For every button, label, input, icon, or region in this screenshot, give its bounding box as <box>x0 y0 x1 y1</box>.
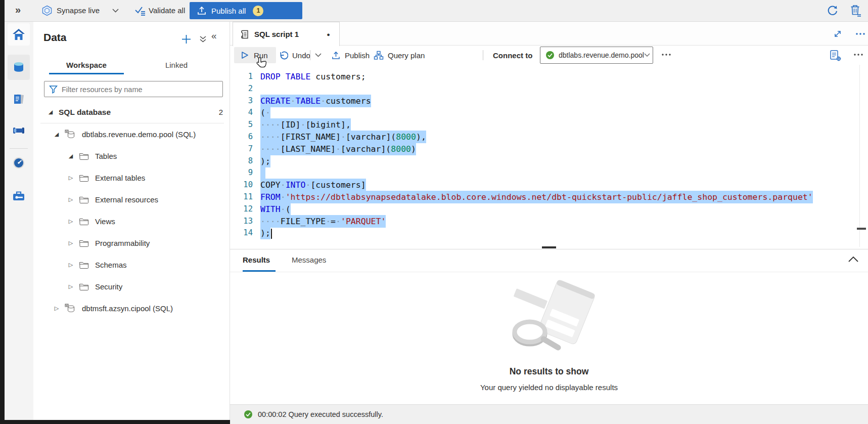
tree-item-programmability[interactable]: ▷Programmability <box>33 232 230 254</box>
folder-icon <box>79 152 89 160</box>
publish-count-badge: 1 <box>253 6 263 16</box>
monitor-nav-button[interactable] <box>8 152 30 174</box>
editor-more-options-icon[interactable] <box>853 53 863 56</box>
connection-dropdown[interactable]: dbtlabs.revenue.demo.pool <box>540 47 653 64</box>
folder-icon <box>79 239 89 247</box>
tree-item-label: External resources <box>95 195 158 204</box>
code-line[interactable]: 3CREATE·TABLE·customers <box>230 95 868 107</box>
editor-scrollbar-gutter <box>859 65 860 247</box>
code-line[interactable]: 6····[FIRST_NAME]·[varchar](8000), <box>230 131 868 143</box>
validate-all-button[interactable]: Validate all <box>149 6 185 15</box>
chevron-down-icon[interactable] <box>112 9 119 13</box>
database-icon <box>65 304 76 314</box>
code-editor[interactable]: 1DROP TABLE customers;23CREATE·TABLE·cus… <box>230 65 868 249</box>
environment-selector[interactable]: Synapse live <box>57 6 100 15</box>
code-line[interactable]: 8); <box>230 155 868 167</box>
mouse-cursor-hand <box>255 57 267 71</box>
tree-item-dbtmsft-azsyn-cipool-sql[interactable]: ▷dbtmsft.azsyn.cipool (SQL) <box>33 298 230 319</box>
no-results-illustration <box>498 275 600 360</box>
code-line-text: WITH·( <box>260 203 291 216</box>
unsaved-changes-dot: ● <box>327 31 330 37</box>
run-options-chevron-icon[interactable] <box>315 46 322 65</box>
code-line-text: ); <box>260 155 270 167</box>
tab-linked[interactable]: Linked <box>139 56 214 74</box>
home-nav-button[interactable] <box>8 23 30 46</box>
sql-script-icon <box>240 29 249 39</box>
publish-button[interactable]: Publish <box>331 46 370 65</box>
toolbar-separator <box>310 50 310 60</box>
expand-double-chevron-icon[interactable]: » <box>15 4 21 16</box>
tab-messages[interactable]: Messages <box>292 256 326 264</box>
collapsed-chevron-icon[interactable]: ▷ <box>67 283 75 290</box>
code-line[interactable]: 9 <box>230 167 868 179</box>
selection-highlight: ····[LAST_NAME]·[varchar](8000) <box>260 143 416 155</box>
collapsed-chevron-icon[interactable]: ▷ <box>67 240 75 246</box>
expanded-chevron-icon[interactable]: ◢ <box>53 131 61 138</box>
code-line-text: (· <box>260 107 270 119</box>
publish-all-button[interactable]: Publish all 1 <box>190 2 302 19</box>
folder-icon <box>79 261 89 269</box>
line-number: 10 <box>230 179 253 191</box>
collapsed-chevron-icon[interactable]: ▷ <box>67 196 75 203</box>
query-status-bar: 00:00:02 Query executed successfully. <box>230 404 868 424</box>
code-line[interactable]: 7····[LAST_NAME]·[varchar](8000) <box>230 143 868 155</box>
code-line[interactable]: 10COPY·INTO·[customers] <box>230 179 868 191</box>
text-cursor <box>271 229 272 239</box>
refresh-icon[interactable] <box>826 5 838 17</box>
integrate-nav-button[interactable] <box>8 119 30 142</box>
tree-item-schemas[interactable]: ▷Schemas <box>33 254 230 276</box>
add-resource-icon[interactable] <box>181 34 191 44</box>
tree-item-external-resources[interactable]: ▷External resources <box>33 189 230 210</box>
collapsed-chevron-icon[interactable]: ▷ <box>67 175 75 181</box>
tree-item-external-tables[interactable]: ▷External tables <box>33 167 230 189</box>
view-settings-icon[interactable] <box>829 49 842 62</box>
undo-button[interactable]: Undo <box>279 46 310 65</box>
manage-icon <box>12 189 26 202</box>
expand-editor-icon[interactable] <box>833 29 842 38</box>
toolbar-more-options-icon[interactable] <box>661 53 671 56</box>
undo-label: Undo <box>292 51 310 60</box>
code-line[interactable]: 11FROM·'https://dbtlabsynapsedatalake.bl… <box>230 191 868 203</box>
query-plan-button[interactable]: Query plan <box>374 46 425 65</box>
tree-item-tables[interactable]: ◢Tables <box>33 145 230 167</box>
collapse-panel-icon[interactable]: « <box>211 30 217 41</box>
filter-input[interactable] <box>61 82 222 97</box>
tab-results[interactable]: Results <box>243 256 270 264</box>
code-line[interactable]: 13····FILE_TYPE·=·'PARQUET' <box>230 216 868 228</box>
selection-highlight: CREATE·TABLE·customers <box>260 95 371 107</box>
code-line[interactable]: 1DROP TABLE customers; <box>230 71 868 83</box>
collapsed-chevron-icon[interactable]: ▷ <box>67 218 75 225</box>
collapsed-chevron-icon[interactable]: ▷ <box>67 262 75 268</box>
manage-nav-button[interactable] <box>8 185 30 207</box>
line-number: 4 <box>230 107 253 119</box>
code-line[interactable]: 4(· <box>230 107 868 119</box>
tab-more-options-icon[interactable] <box>855 32 865 35</box>
code-line[interactable]: 2 <box>230 83 868 95</box>
expanded-chevron-icon[interactable]: ◢ <box>47 109 55 115</box>
code-line-text: ); <box>260 227 272 239</box>
expanded-chevron-icon[interactable]: ◢ <box>67 153 75 159</box>
top-command-bar: » Synapse live Validate all Publish all … <box>0 0 868 22</box>
scrollbar-marker[interactable] <box>857 228 866 230</box>
line-number: 14 <box>230 227 253 239</box>
tab-workspace[interactable]: Workspace <box>49 56 124 74</box>
data-nav-button[interactable] <box>8 55 30 80</box>
tab-sql-script-1[interactable]: SQL script 1 ● <box>233 22 340 46</box>
tree-item-sql-database[interactable]: ◢SQL database2 <box>33 101 230 123</box>
collapsed-chevron-icon[interactable]: ▷ <box>53 305 61 312</box>
tree-item-dbtlabs-revenue-demo-pool-sql[interactable]: ◢dbtlabs.revenue.demo.pool (SQL) <box>33 123 230 145</box>
collapse-all-icon[interactable] <box>199 35 207 43</box>
code-line-text: DROP TABLE customers; <box>260 71 366 83</box>
line-number: 1 <box>230 71 253 83</box>
code-line[interactable]: 14); <box>230 227 868 239</box>
code-line[interactable]: 5····[ID]·[bigint], <box>230 119 868 131</box>
query-plan-icon <box>374 51 384 60</box>
collapse-results-chevron-icon[interactable] <box>848 256 859 263</box>
results-resize-handle[interactable] <box>542 246 556 248</box>
code-line[interactable]: 12WITH·( <box>230 203 868 216</box>
tree-item-views[interactable]: ▷Views <box>33 210 230 232</box>
discard-all-icon[interactable] <box>849 4 862 17</box>
develop-nav-button[interactable] <box>8 88 30 110</box>
publish-all-label: Publish all <box>211 7 246 15</box>
tree-item-security[interactable]: ▷Security <box>33 276 230 298</box>
